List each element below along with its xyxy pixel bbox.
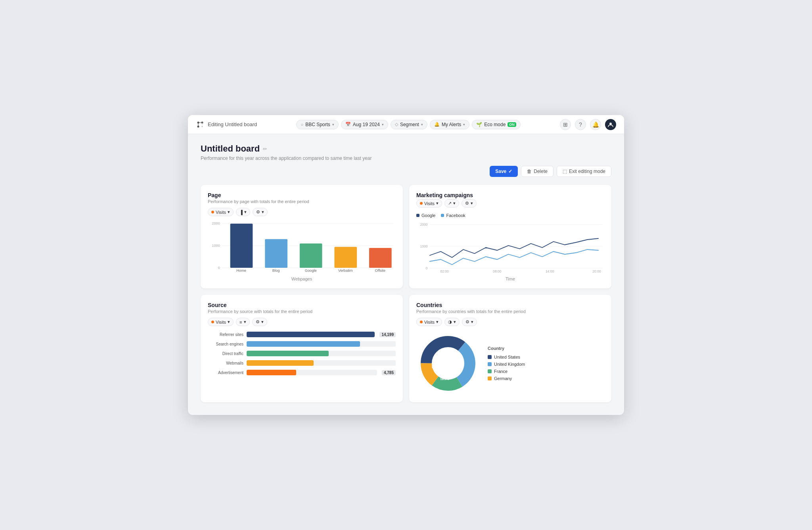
svg-text:0: 0 <box>426 266 428 270</box>
hbar-track-webmails <box>247 360 396 366</box>
bar-chart-icon: ▐ <box>239 210 243 215</box>
board-subtitle: Performance for this year across the app… <box>201 156 611 161</box>
chevron-down-icon: ▾ <box>382 123 384 127</box>
legend-label-facebook: Facebook <box>446 213 465 218</box>
page-visits-pill[interactable]: Visits ▾ <box>208 208 234 216</box>
delete-button[interactable]: 🗑 Delete <box>521 166 553 177</box>
hbar-label-direct: Direct traffic <box>208 351 243 356</box>
source-widget-controls: Visits ▾ ≡ ▾ ⚙ ▾ <box>208 318 396 326</box>
hbar-fill-direct <box>247 351 329 356</box>
hbar-label-advertisement: Advertisement <box>208 371 243 375</box>
legend-dot-facebook <box>441 214 444 217</box>
source-settings-pill[interactable]: ⚙ ▾ <box>252 318 267 326</box>
chevron-down-icon: ▾ <box>244 319 246 325</box>
countries-settings-pill[interactable]: ⚙ ▾ <box>462 318 477 326</box>
page-x-axis-label: Webpages <box>208 277 396 281</box>
chevron-down-icon: ▾ <box>261 319 264 325</box>
svg-text:Blog: Blog <box>272 269 280 273</box>
donut-chart: 35.8% 15.0% 18.9% <box>416 332 480 395</box>
svg-text:15.0%: 15.0% <box>431 365 440 369</box>
chevron-down-icon: ▾ <box>436 319 439 325</box>
chevron-down-icon: ▾ <box>228 319 230 325</box>
gear-icon: ⚙ <box>256 209 260 215</box>
circle-icon: ○ <box>301 122 303 127</box>
svg-text:02:00: 02:00 <box>440 269 448 273</box>
marketing-widget-title: Marketing campaigns <box>416 192 604 198</box>
source-chart-type-pill[interactable]: ≡ ▾ <box>236 318 249 326</box>
check-icon: ✓ <box>508 169 512 174</box>
hbar-row-search: Search engines <box>208 341 396 347</box>
svg-rect-20 <box>334 247 357 268</box>
source-visits-pill[interactable]: Visits ▾ <box>208 318 234 326</box>
edit-title-icon[interactable]: ✏ <box>263 146 267 152</box>
nav-editing-label: Editing Untitled board <box>208 121 257 127</box>
leaf-icon: 🌱 <box>476 122 482 127</box>
legend-item-france: France <box>488 369 525 374</box>
board-title: Untitled board <box>201 144 260 154</box>
countries-widget-title: Countries <box>416 302 604 308</box>
calendar-icon: 📅 <box>345 122 351 127</box>
marketing-widget-controls: Visits ▾ ↗ ▾ ⚙ ▾ <box>416 199 604 207</box>
svg-text:0: 0 <box>218 266 220 269</box>
action-bar: Save ✓ 🗑 Delete ⬚ Exit editing mode <box>201 166 611 177</box>
grid-icon-button[interactable]: ⊞ <box>560 119 571 130</box>
pill-label-date: Aug 19 2024 <box>353 122 380 127</box>
nav-pill-ecomode[interactable]: 🌱 Eco mode ON <box>472 120 521 129</box>
chevron-down-icon: ▾ <box>228 209 230 215</box>
notification-icon-button[interactable]: 🔔 <box>590 119 601 130</box>
chevron-down-icon: ▾ <box>421 123 423 127</box>
hbar-label-webmails: Webmails <box>208 361 243 365</box>
nav-pill-date[interactable]: 📅 Aug 19 2024 ▾ <box>341 120 388 129</box>
countries-legend: Country United States United Kingdom Fra… <box>488 346 525 381</box>
marketing-settings-pill[interactable]: ⚙ ▾ <box>462 199 477 207</box>
exit-editing-button[interactable]: ⬚ Exit editing mode <box>557 166 611 177</box>
svg-rect-18 <box>300 244 322 268</box>
save-button[interactable]: Save ✓ <box>490 166 518 177</box>
countries-chart-type-pill[interactable]: ◑ ▾ <box>444 318 460 326</box>
pie-chart-icon: ◑ <box>448 319 452 325</box>
hbar-row-advertisement: Advertisement 4,785 <box>208 370 396 375</box>
save-label: Save <box>495 169 506 174</box>
page-chart-type-pill[interactable]: ▐ ▾ <box>236 208 250 216</box>
countries-pie-chart-area: 35.8% 15.0% 18.9% Country United States … <box>416 332 604 395</box>
marketing-legend: Google Facebook <box>416 213 604 218</box>
marketing-chart-type-pill[interactable]: ↗ ▾ <box>444 199 459 207</box>
svg-text:14:00: 14:00 <box>546 269 554 273</box>
page-settings-pill[interactable]: ⚙ ▾ <box>253 208 268 216</box>
countries-widget-controls: Visits ▾ ◑ ▾ ⚙ ▾ <box>416 318 604 326</box>
help-icon-button[interactable]: ? <box>575 119 586 130</box>
hbar-value-advertisement: 4,785 <box>382 370 396 375</box>
nav-pill-alerts[interactable]: 🔔 My Alerts ▾ <box>430 120 469 129</box>
nav-pill-bbcsports[interactable]: ○ BBC Sports ▾ <box>296 120 338 129</box>
hbar-value-referrer: 14,199 <box>379 332 396 337</box>
visits-dot-icon <box>211 321 214 323</box>
user-avatar[interactable] <box>605 119 616 130</box>
countries-visits-pill[interactable]: Visits ▾ <box>416 318 442 326</box>
marketing-visits-label: Visits <box>424 201 435 206</box>
nav-pill-segment[interactable]: ◇ Segment ▾ <box>391 120 427 129</box>
legend-dot-us <box>488 355 492 359</box>
pill-label-alerts: My Alerts <box>442 122 461 127</box>
svg-text:35.8%: 35.8% <box>439 352 448 355</box>
page-widget-controls: Visits ▾ ▐ ▾ ⚙ ▾ <box>208 208 396 216</box>
legend-label-uk: United Kingdom <box>494 362 525 367</box>
page-bar-chart: 2000 1000 0 Home Blog Google <box>208 222 396 273</box>
hbar-row-direct: Direct traffic <box>208 351 396 356</box>
hbar-chart-icon: ≡ <box>239 320 242 325</box>
svg-text:Verbatim: Verbatim <box>338 269 353 273</box>
marketing-visits-pill[interactable]: Visits ▾ <box>416 199 442 207</box>
delete-label: Delete <box>534 169 548 174</box>
legend-item-facebook: Facebook <box>441 213 465 218</box>
hbar-track-advertisement <box>247 370 377 375</box>
exit-icon: ⬚ <box>563 169 567 174</box>
legend-label-france: France <box>494 369 508 374</box>
eco-label: Eco mode <box>484 122 506 127</box>
nav-logo: Editing Untitled board <box>196 120 257 129</box>
hbar-label-search: Search engines <box>208 342 243 346</box>
page-visits-label: Visits <box>216 210 226 215</box>
legend-item-germany: Germany <box>488 376 525 381</box>
svg-text:20:00: 20:00 <box>592 269 601 273</box>
svg-text:08:00: 08:00 <box>493 269 501 273</box>
source-widget-subtitle: Performance by source with totals for th… <box>208 309 396 314</box>
hbar-track-referrer <box>247 332 375 337</box>
